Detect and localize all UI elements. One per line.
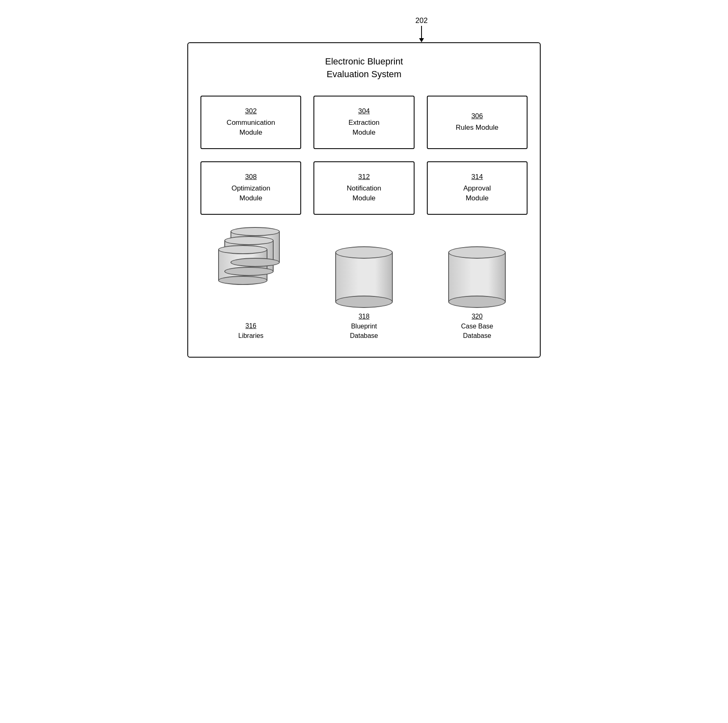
db-318-label: 318 BlueprintDatabase [350,313,378,340]
module-302-number: 302 [245,107,256,115]
module-304-number: 304 [358,107,370,115]
db-320-label: 320 Case BaseDatabase [461,313,493,340]
module-314-name: ApprovalModule [463,184,491,203]
system-number: 202 [415,16,428,25]
db-320-cylinder [448,246,506,308]
db-316-label: 316 Libraries [238,322,263,340]
module-306: 306 Rules Module [427,96,528,149]
module-302-name: CommunicationModule [227,118,275,138]
db-316-cylinders [218,227,284,317]
module-312: 312 NotificationModule [313,161,414,215]
module-312-name: NotificationModule [347,184,381,203]
system-label-area: 202 [187,16,541,25]
module-306-number: 306 [471,112,483,120]
db-316-container: 316 Libraries [200,227,301,340]
db-316-number: 316 [238,322,263,330]
diagram-wrapper: 202 Electronic Blueprint Evaluation Syst… [187,16,541,358]
module-302: 302 CommunicationModule [200,96,301,149]
module-308: 308 OptimizationModule [200,161,301,215]
module-308-name: OptimizationModule [231,184,270,203]
db-318-cylinder [335,246,393,308]
module-row-1: 302 CommunicationModule 304 ExtractionMo… [200,96,528,149]
module-312-number: 312 [358,173,370,181]
module-306-name: Rules Module [456,123,498,133]
arrow-container [187,26,541,42]
db-row: 316 Libraries 318 BlueprintDatabase [200,227,528,340]
db-320-container: 320 Case BaseDatabase [427,227,528,340]
module-304: 304 ExtractionModule [313,96,414,149]
db-318-number: 318 [350,313,378,320]
db-320-number: 320 [461,313,493,320]
db-318-container: 318 BlueprintDatabase [313,227,414,340]
arrow-down [419,26,424,42]
main-system-box: Electronic Blueprint Evaluation System 3… [187,42,541,358]
module-304-name: ExtractionModule [348,118,380,138]
db-316-name: Libraries [238,332,263,339]
db-320-name: Case BaseDatabase [461,323,493,339]
module-308-number: 308 [245,173,256,181]
module-row-2: 308 OptimizationModule 312 NotificationM… [200,161,528,215]
module-314-number: 314 [471,173,483,181]
module-314: 314 ApprovalModule [427,161,528,215]
system-title: Electronic Blueprint Evaluation System [200,55,528,81]
db-318-name: BlueprintDatabase [350,323,378,339]
